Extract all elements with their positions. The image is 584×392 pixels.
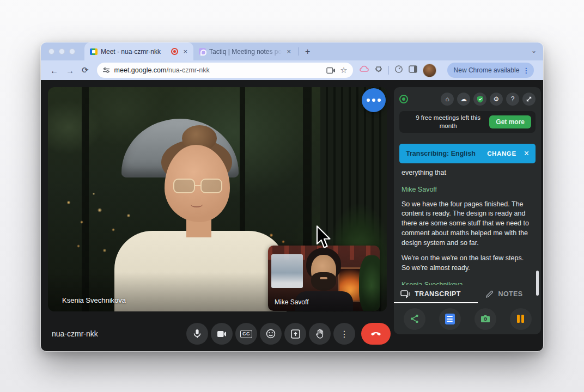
- home-icon[interactable]: ⌂: [441, 93, 454, 106]
- shield-check-icon[interactable]: [473, 93, 486, 106]
- address-bar[interactable]: meet.google.com/nua-czmr-nkk ☆: [97, 63, 353, 78]
- forward-button[interactable]: →: [62, 66, 78, 75]
- chat-bubble-button[interactable]: [362, 88, 386, 112]
- mic-button[interactable]: [186, 323, 208, 345]
- collapse-diagonal-icon[interactable]: [522, 93, 536, 106]
- meeting-code: nua-czmr-nkk: [52, 329, 98, 338]
- reload-button[interactable]: ⟳: [78, 65, 93, 75]
- tab-recording-icon: [171, 48, 178, 55]
- sidebar-tabs: TRANSCRIPT NOTES: [394, 285, 541, 303]
- transcript-speaker: Ksenia Svechnikova: [402, 280, 533, 285]
- extension-area: New Chrome available ⋮: [360, 63, 534, 78]
- more-options-icon: ⋮: [340, 329, 349, 339]
- glasses: [173, 177, 224, 194]
- tactiq-sidebar: ⌂ ☁ ⚙ ? 9 free meetings left this month: [394, 87, 541, 334]
- docs-icon: [445, 314, 455, 324]
- camera-button[interactable]: [211, 323, 233, 345]
- pip-participant-name: Mike Savoff: [275, 298, 308, 306]
- pause-button[interactable]: [510, 308, 532, 330]
- active-tab-underline: [394, 302, 478, 304]
- tactiq-extension-icon[interactable]: [360, 65, 369, 75]
- toolbar-separator: [388, 66, 389, 75]
- extensions-puzzle-icon[interactable]: [374, 65, 383, 76]
- main-participant-name: Ksenia Svechnikova: [62, 296, 126, 304]
- cc-label: CC: [240, 330, 252, 338]
- sidebar-actions: [394, 303, 541, 334]
- desktop: Meet - nua-czmr-nkk × Tactiq | Meeting n…: [0, 0, 584, 392]
- chrome-update-button[interactable]: New Chrome available ⋮: [447, 63, 534, 78]
- pip-window: [271, 254, 303, 288]
- meet-control-bar: nua-czmr-nkk CC: [41, 320, 394, 351]
- browser-toolbar: ← → ⟳ meet.google.com/nua-czmr-nkk ☆: [41, 60, 543, 80]
- tab-meet[interactable]: Meet - nua-czmr-nkk ×: [84, 42, 193, 60]
- cloud-icon[interactable]: ☁: [457, 93, 470, 106]
- transcribing-bar: Transcribing: English CHANGE ×: [399, 144, 536, 163]
- close-tab-icon[interactable]: ×: [285, 47, 293, 56]
- transcribing-label: Transcribing: English: [406, 150, 479, 157]
- bookmark-star-icon[interactable]: ☆: [340, 65, 347, 75]
- tab-title: Tactiq | Meeting notes powe: [209, 48, 282, 56]
- tab-separator: [298, 47, 299, 56]
- site-settings-icon[interactable]: [102, 66, 110, 74]
- tactiq-header: ⌂ ☁ ⚙ ?: [394, 87, 541, 111]
- present-button[interactable]: [284, 323, 306, 345]
- url-domain: meet.google.com: [114, 66, 167, 74]
- meet-page: Mike Savoff Ksenia Svechnikova ⌂ ☁ ⚙: [41, 80, 543, 351]
- transcript-paragraph: We're on the we're on the last few steps…: [402, 254, 533, 273]
- free-meetings-text: 9 free meetings left this month: [407, 114, 489, 130]
- tab-notes[interactable]: NOTES: [467, 285, 541, 303]
- new-tab-button[interactable]: +: [302, 47, 313, 57]
- screenshot-button[interactable]: [474, 308, 496, 330]
- transcript-paragraph: So we have the four pages finished. The …: [402, 200, 533, 248]
- tab-transcript[interactable]: TRANSCRIPT: [394, 285, 467, 303]
- reactions-button[interactable]: [260, 323, 282, 345]
- free-meetings-banner: 9 free meetings left this month Get more: [399, 111, 536, 133]
- browser-window: Meet - nua-czmr-nkk × Tactiq | Meeting n…: [41, 42, 543, 351]
- close-window-button[interactable]: [48, 48, 54, 54]
- tab-capture-icon[interactable]: [326, 67, 336, 74]
- end-call-button[interactable]: [361, 323, 391, 345]
- url-text: meet.google.com/nua-czmr-nkk: [114, 66, 210, 74]
- close-transcribing-icon[interactable]: ×: [524, 149, 529, 158]
- share-button[interactable]: [404, 308, 425, 330]
- tab-title: Meet - nua-czmr-nkk: [101, 48, 168, 56]
- transcript-scrollbar[interactable]: [536, 271, 539, 296]
- settings-gear-icon[interactable]: ⚙: [490, 93, 503, 106]
- tab-tactiq[interactable]: Tactiq | Meeting notes powe ×: [193, 42, 297, 60]
- raise-hand-button[interactable]: [309, 323, 331, 345]
- zoom-window-button[interactable]: [69, 48, 75, 54]
- traffic-lights: [48, 48, 75, 54]
- tab-notes-label: NOTES: [498, 290, 522, 298]
- transcript-fragment: everything that: [402, 168, 533, 178]
- help-icon[interactable]: ?: [506, 93, 519, 106]
- more-options-button[interactable]: ⋮: [333, 323, 355, 345]
- chrome-update-label: New Chrome available: [454, 66, 520, 74]
- captions-button[interactable]: CC: [235, 323, 257, 345]
- participant-video-pip[interactable]: Mike Savoff: [268, 246, 380, 311]
- minimize-window-button[interactable]: [59, 48, 65, 54]
- profile-avatar[interactable]: [423, 64, 436, 77]
- get-more-button[interactable]: Get more: [489, 115, 531, 128]
- participant-video-main[interactable]: Mike Savoff Ksenia Svechnikova: [48, 87, 387, 311]
- tactiq-favicon-icon: [199, 48, 206, 55]
- change-language-button[interactable]: CHANGE: [487, 150, 516, 157]
- back-button[interactable]: ←: [46, 66, 62, 75]
- browser-menu-icon[interactable]: ⋮: [522, 66, 530, 75]
- side-panel-icon[interactable]: [409, 65, 417, 75]
- meet-favicon-icon: [90, 48, 98, 55]
- tab-strip: Meet - nua-czmr-nkk × Tactiq | Meeting n…: [41, 42, 543, 60]
- tab-transcript-label: TRANSCRIPT: [415, 290, 461, 298]
- gauge-icon[interactable]: [394, 65, 403, 76]
- google-docs-button[interactable]: [439, 308, 461, 330]
- transcript-speaker: Mike Savoff: [402, 185, 533, 195]
- recording-indicator-icon: [399, 95, 408, 103]
- transcript-scroll-area[interactable]: everything that Mike Savoff So we have t…: [394, 163, 541, 285]
- close-tab-icon[interactable]: ×: [181, 47, 189, 56]
- url-path: /nua-czmr-nkk: [166, 66, 209, 74]
- tab-search-chevron-icon[interactable]: ⌄: [531, 47, 537, 54]
- mouse-cursor: [315, 225, 332, 252]
- pause-icon: [517, 315, 524, 323]
